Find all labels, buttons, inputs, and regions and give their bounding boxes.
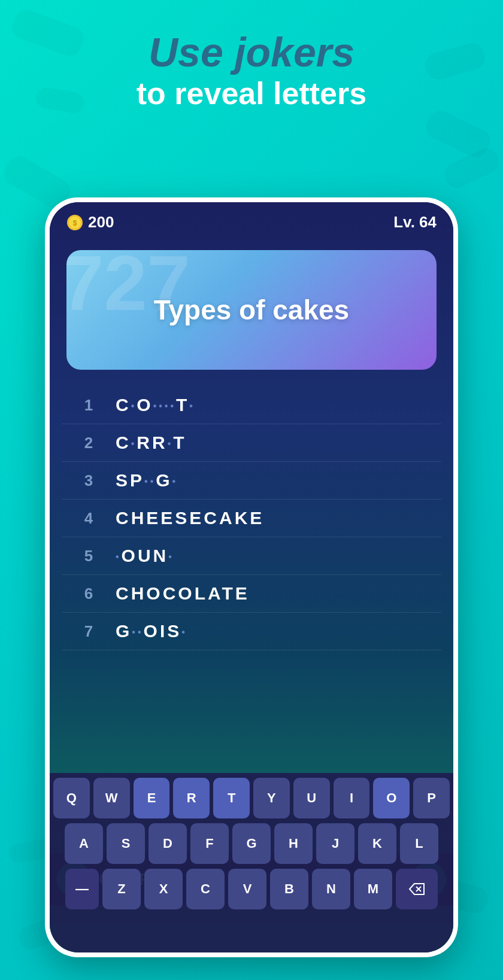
table-row: 7 G••OIS• bbox=[62, 613, 441, 650]
key-s[interactable]: S bbox=[107, 823, 145, 864]
category-card: 727 Types of cakes bbox=[66, 250, 437, 370]
key-g[interactable]: G bbox=[232, 823, 271, 864]
word-text: SP••G• bbox=[116, 470, 178, 491]
key-backspace[interactable] bbox=[396, 869, 438, 909]
key-y[interactable]: Y bbox=[253, 778, 290, 818]
header-line2: to reveal letters bbox=[0, 75, 503, 112]
word-text: CHEESECAKE bbox=[116, 508, 264, 528]
key-a[interactable]: A bbox=[65, 823, 103, 864]
key-dash[interactable]: — bbox=[65, 869, 99, 909]
key-o[interactable]: O bbox=[373, 778, 410, 818]
key-t[interactable]: T bbox=[213, 778, 250, 818]
key-n[interactable]: N bbox=[312, 869, 350, 909]
keyboard: Q W E R T Y U I O P A S D F G H J K bbox=[50, 773, 453, 952]
keyboard-row-3: — Z X C V B N M bbox=[53, 869, 450, 909]
keyboard-row-2: A S D F G H J K L bbox=[53, 823, 450, 864]
key-u[interactable]: U bbox=[293, 778, 330, 818]
category-title: Types of cakes bbox=[154, 294, 349, 326]
word-number: 7 bbox=[74, 622, 104, 641]
key-j[interactable]: J bbox=[316, 823, 354, 864]
word-number: 6 bbox=[74, 585, 104, 603]
key-e[interactable]: E bbox=[134, 778, 170, 818]
key-z[interactable]: Z bbox=[102, 869, 141, 909]
coins-display: $ 200 bbox=[66, 213, 114, 232]
word-text: CHOCOLATE bbox=[116, 583, 250, 604]
key-k[interactable]: K bbox=[358, 823, 396, 864]
phone-frame: $ 200 Lv. 64 727 Types of cakes 1 C•O•••… bbox=[45, 197, 458, 957]
status-bar: $ 200 Lv. 64 bbox=[50, 213, 453, 232]
key-m[interactable]: M bbox=[354, 869, 392, 909]
phone-screen: $ 200 Lv. 64 727 Types of cakes 1 C•O•••… bbox=[50, 202, 453, 952]
word-text: G••OIS• bbox=[116, 621, 187, 641]
coin-icon: $ bbox=[66, 214, 83, 231]
word-number: 2 bbox=[74, 434, 104, 452]
word-text: C•RR•T bbox=[116, 433, 187, 453]
header-line1: Use jokers bbox=[0, 30, 503, 75]
word-number: 5 bbox=[74, 547, 104, 565]
word-text: •OUN• bbox=[116, 546, 174, 566]
word-number: 1 bbox=[74, 396, 104, 415]
svg-text:$: $ bbox=[73, 219, 77, 227]
key-r[interactable]: R bbox=[173, 778, 210, 818]
table-row: 5 •OUN• bbox=[62, 537, 441, 575]
key-p[interactable]: P bbox=[413, 778, 450, 818]
table-row: 2 C•RR•T bbox=[62, 424, 441, 462]
key-l[interactable]: L bbox=[400, 823, 438, 864]
key-w[interactable]: W bbox=[93, 778, 130, 818]
key-b[interactable]: B bbox=[270, 869, 308, 909]
word-number: 4 bbox=[74, 509, 104, 528]
backspace-icon bbox=[408, 882, 425, 896]
key-f[interactable]: F bbox=[190, 823, 229, 864]
coins-value: 200 bbox=[88, 213, 114, 232]
key-h[interactable]: H bbox=[274, 823, 313, 864]
key-d[interactable]: D bbox=[149, 823, 187, 864]
word-text: C•O••••T• bbox=[116, 395, 195, 415]
keyboard-row-1: Q W E R T Y U I O P bbox=[53, 778, 450, 818]
key-c[interactable]: C bbox=[186, 869, 225, 909]
word-number: 3 bbox=[74, 471, 104, 490]
header: Use jokers to reveal letters bbox=[0, 30, 503, 112]
key-x[interactable]: X bbox=[144, 869, 183, 909]
key-q[interactable]: Q bbox=[53, 778, 90, 818]
key-v[interactable]: V bbox=[228, 869, 266, 909]
level-display: Lv. 64 bbox=[393, 213, 437, 232]
table-row: 1 C•O••••T• bbox=[62, 386, 441, 424]
table-row: 6 CHOCOLATE bbox=[62, 575, 441, 613]
table-row: 4 CHEESECAKE bbox=[62, 500, 441, 537]
table-row: 3 SP••G• bbox=[62, 462, 441, 500]
key-i[interactable]: I bbox=[334, 778, 370, 818]
